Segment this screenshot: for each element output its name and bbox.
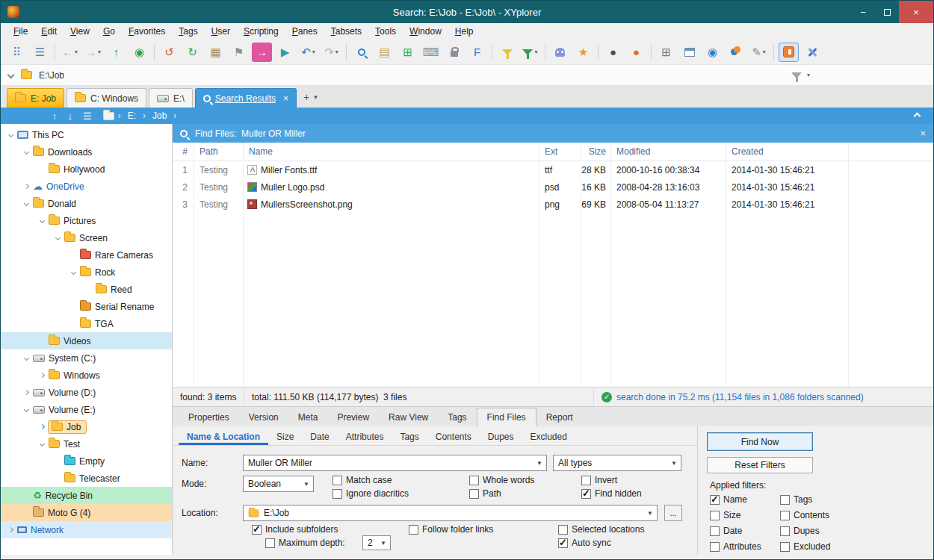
find-subtab-date[interactable]: Date xyxy=(302,428,337,445)
tree-item-job[interactable]: Job xyxy=(1,418,172,435)
applied-filter-dupes[interactable]: Dupes xyxy=(780,526,862,536)
chevron-down-icon[interactable] xyxy=(7,72,15,79)
tree-item-screen[interactable]: Screen xyxy=(1,229,172,246)
tree-expander[interactable] xyxy=(21,391,32,394)
find-subtab-dupes[interactable]: Dupes xyxy=(480,428,522,445)
mode-combobox[interactable]: Boolean ▼ xyxy=(243,476,314,492)
tree-item-volume-e[interactable]: Volume (E:) xyxy=(1,401,172,418)
checkbox-path[interactable]: Path xyxy=(469,488,501,499)
tree-expander[interactable] xyxy=(5,133,16,137)
checkbox-maximum-depth[interactable]: Maximum depth: xyxy=(265,538,345,548)
close-icon[interactable]: × xyxy=(920,128,926,139)
tree-item-recycle-bin[interactable]: ♻Recycle Bin xyxy=(1,487,172,504)
flag-button[interactable]: ⚑ xyxy=(229,43,249,62)
tree-item-rare-cameras[interactable]: Rare Cameras xyxy=(1,246,172,264)
tree-item-serial-rename[interactable]: Serial Rename xyxy=(1,298,172,315)
info-tab-find-files[interactable]: Find Files xyxy=(477,408,536,426)
move-to-button[interactable]: → xyxy=(252,43,272,62)
info-tab-tags[interactable]: Tags xyxy=(438,408,476,426)
applied-filter-name[interactable]: Name xyxy=(710,494,780,505)
chevron-down-icon[interactable]: ▼ xyxy=(377,540,390,547)
tree-item-videos[interactable]: Videos xyxy=(1,332,172,349)
table-row[interactable]: 2 Testing Muller Logo.psd psd 16 KB 2008… xyxy=(173,178,933,196)
ghost-button[interactable] xyxy=(550,43,570,62)
checkbox-invert[interactable]: Invert xyxy=(581,475,617,485)
tree-item-windows[interactable]: Windows xyxy=(1,367,172,384)
search-button[interactable] xyxy=(351,43,371,62)
column-header-name[interactable]: Name xyxy=(243,146,539,157)
dart-button[interactable]: ▶ xyxy=(275,43,295,62)
chevron-down-icon[interactable]: ▼ xyxy=(667,460,681,467)
tree-item-system-c[interactable]: System (C:) xyxy=(1,349,172,367)
name-combobox[interactable]: Muller OR Miller ▼ xyxy=(243,455,547,471)
minimize-button[interactable]: − xyxy=(851,1,875,23)
info-tab-raw-view[interactable]: Raw View xyxy=(379,408,438,426)
back-button[interactable]: ←▾ xyxy=(60,43,80,62)
tree-item-hollywood[interactable]: Hollywood xyxy=(1,161,172,178)
tree-item-volume-d[interactable]: Volume (D:) xyxy=(1,384,172,401)
tree-expander[interactable] xyxy=(37,219,48,223)
checkbox-ignore-diacritics[interactable]: Ignore diacritics xyxy=(333,488,409,499)
applied-filter-tags[interactable]: Tags xyxy=(780,494,862,505)
tree-expander[interactable] xyxy=(52,236,64,240)
tree-expander[interactable] xyxy=(37,442,48,446)
tree-expander[interactable] xyxy=(21,184,32,188)
close-icon[interactable]: × xyxy=(283,93,288,104)
checkbox-find-hidden[interactable]: Find hidden xyxy=(581,488,642,499)
favorites-star-button[interactable]: ★ xyxy=(573,43,593,62)
applied-filter-attributes[interactable]: Attributes xyxy=(710,541,780,552)
up-icon[interactable]: ↑ xyxy=(52,111,58,121)
refresh-button[interactable]: ↻ xyxy=(182,43,202,62)
column-header-ext[interactable]: Ext xyxy=(539,146,581,157)
checkbox-selected-locations[interactable]: Selected locations xyxy=(558,524,644,535)
details-view-button[interactable] xyxy=(679,43,699,62)
tree-item-rock[interactable]: Rock xyxy=(1,264,172,281)
menu-tabsets[interactable]: Tabsets xyxy=(324,24,368,39)
column-header-size[interactable]: Size xyxy=(581,146,610,157)
collapse-bar-icon[interactable] xyxy=(914,112,921,119)
tree-item-onedrive[interactable]: ☁OneDrive xyxy=(1,178,172,195)
find-subtab-excluded[interactable]: Excluded xyxy=(522,428,575,445)
menu-user[interactable]: User xyxy=(205,24,237,39)
menu-window[interactable]: Window xyxy=(403,24,448,39)
tree-expander[interactable] xyxy=(5,528,16,532)
checkbox-include-subfolders[interactable]: Include subfolders xyxy=(252,524,338,535)
find-subtab-contents[interactable]: Contents xyxy=(427,428,480,445)
location-combobox[interactable]: E:\Job ▼ xyxy=(243,505,658,521)
menu-favorites[interactable]: Favorites xyxy=(122,24,172,39)
live-filter-button[interactable]: ⊞ xyxy=(398,43,418,62)
breadcrumb-drive[interactable]: E: xyxy=(128,111,136,121)
tab-list-dropdown[interactable]: ▾ xyxy=(314,93,318,101)
applied-filter-size[interactable]: Size xyxy=(710,510,780,520)
undo-button[interactable]: ↶▾ xyxy=(298,43,318,62)
applied-filter-excluded[interactable]: Excluded xyxy=(780,541,862,552)
brush-button[interactable]: ✎▾ xyxy=(749,43,769,62)
breadcrumb[interactable]: E:\Job xyxy=(39,70,64,81)
font-button[interactable]: F xyxy=(467,43,487,62)
tree-item-downloads[interactable]: Downloads xyxy=(1,143,172,161)
checkbox-auto-sync[interactable]: Auto sync xyxy=(558,538,611,548)
chevron-down-icon[interactable]: ▼ xyxy=(643,510,657,517)
color-filter-button[interactable] xyxy=(726,43,746,62)
forward-icon[interactable]: → xyxy=(32,111,42,121)
depth-combobox[interactable]: 2 ▼ xyxy=(362,535,391,550)
info-tab-properties[interactable]: Properties xyxy=(179,408,239,426)
paste-button[interactable]: ▤ xyxy=(374,43,395,62)
info-tab-version[interactable]: Version xyxy=(239,408,288,426)
column-header-modified[interactable]: Modified xyxy=(610,146,726,157)
close-button[interactable]: × xyxy=(899,1,933,23)
chevron-down-icon[interactable]: ▼ xyxy=(300,481,313,488)
basketball-button[interactable]: ● xyxy=(626,43,646,62)
mini-tree-button[interactable] xyxy=(779,43,799,62)
tab-c-windows[interactable]: C: Windows xyxy=(67,88,146,108)
tree-item-this-pc[interactable]: This PC xyxy=(1,126,172,143)
tree-expander[interactable] xyxy=(21,202,32,205)
tree-item-empty[interactable]: Empty xyxy=(1,452,172,470)
column-header-num[interactable]: # xyxy=(173,146,194,157)
menu-tools[interactable]: Tools xyxy=(368,24,403,39)
checkbox-follow-folder-links[interactable]: Follow folder links xyxy=(409,524,493,535)
back-icon[interactable]: ← xyxy=(12,111,22,121)
find-subtab-size[interactable]: Size xyxy=(268,428,302,445)
forward-button[interactable]: →▾ xyxy=(83,43,103,62)
applied-filter-date[interactable]: Date xyxy=(710,526,780,536)
